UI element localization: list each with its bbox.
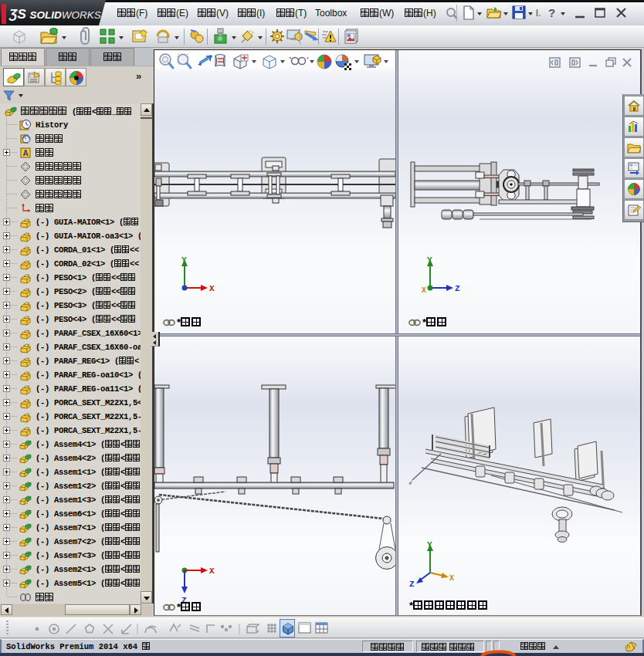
svg-text:Y: Y — [427, 540, 432, 549]
svg-text:Y: Y — [181, 255, 187, 265]
svg-text:Z: Z — [409, 580, 415, 589]
svg-text:Z: Z — [455, 284, 460, 293]
svg-text:A: A — [22, 149, 28, 157]
svg-text:X: X — [422, 286, 426, 295]
svg-text:X: X — [449, 574, 454, 583]
svg-text:X: X — [209, 566, 215, 576]
svg-text:Y: Y — [427, 255, 432, 265]
svg-text:X: X — [209, 284, 215, 293]
